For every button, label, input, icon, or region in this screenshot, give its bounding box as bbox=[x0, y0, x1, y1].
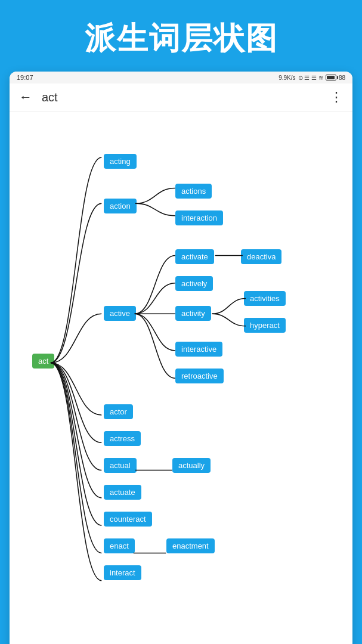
tree-container: actactingactionactionsinteractionactivea… bbox=[10, 112, 352, 644]
node-hyperact[interactable]: hyperact bbox=[244, 318, 286, 333]
node-enactment[interactable]: enactment bbox=[166, 538, 215, 553]
node-interact[interactable]: interact bbox=[104, 565, 141, 580]
status-speed: 9.9K/s bbox=[279, 75, 295, 81]
more-button[interactable]: ⋮ bbox=[330, 89, 343, 105]
status-right: 9.9K/s ⊙ ☰ ☰ ≋ 88 bbox=[279, 75, 345, 81]
node-actuate[interactable]: actuate bbox=[104, 485, 141, 500]
node-activity[interactable]: activity bbox=[175, 306, 211, 321]
app-bar-title: act bbox=[42, 91, 330, 104]
back-button[interactable]: ← bbox=[19, 89, 32, 105]
phone-frame: 19:07 9.9K/s ⊙ ☰ ☰ ≋ 88 ← act ⋮ actactin… bbox=[10, 72, 352, 644]
node-deactiva[interactable]: deactiva bbox=[241, 249, 281, 264]
node-actually[interactable]: actually bbox=[172, 458, 211, 473]
node-actively[interactable]: actively bbox=[175, 276, 213, 291]
page-title: 派生词层状图 bbox=[14, 18, 348, 60]
node-interactive[interactable]: interactive bbox=[175, 342, 222, 357]
node-active[interactable]: active bbox=[104, 306, 136, 321]
node-counteract[interactable]: counteract bbox=[104, 512, 152, 527]
node-activate[interactable]: activate bbox=[175, 249, 214, 264]
node-actor[interactable]: actor bbox=[104, 404, 133, 419]
node-interaction[interactable]: interaction bbox=[175, 210, 223, 225]
node-enact[interactable]: enact bbox=[104, 538, 135, 553]
app-bar: ← act ⋮ bbox=[10, 83, 352, 112]
node-actress[interactable]: actress bbox=[104, 431, 141, 446]
tree-nodes: actactingactionactionsinteractionactivea… bbox=[14, 121, 348, 640]
node-activities[interactable]: activities bbox=[244, 291, 286, 306]
node-action[interactable]: action bbox=[104, 199, 137, 213]
title-area: 派生词层状图 bbox=[0, 0, 362, 72]
node-acting[interactable]: acting bbox=[104, 154, 137, 169]
status-icons: ⊙ ☰ ☰ ≋ bbox=[298, 75, 323, 81]
node-act[interactable]: act bbox=[32, 354, 54, 369]
battery-icon bbox=[326, 75, 336, 80]
node-retroactive[interactable]: retroactive bbox=[175, 369, 224, 383]
status-bar: 19:07 9.9K/s ⊙ ☰ ☰ ≋ 88 bbox=[10, 72, 352, 83]
node-actual[interactable]: actual bbox=[104, 458, 137, 473]
node-actions[interactable]: actions bbox=[175, 184, 212, 199]
status-time: 19:07 bbox=[17, 74, 33, 81]
battery-level: 88 bbox=[339, 75, 345, 81]
